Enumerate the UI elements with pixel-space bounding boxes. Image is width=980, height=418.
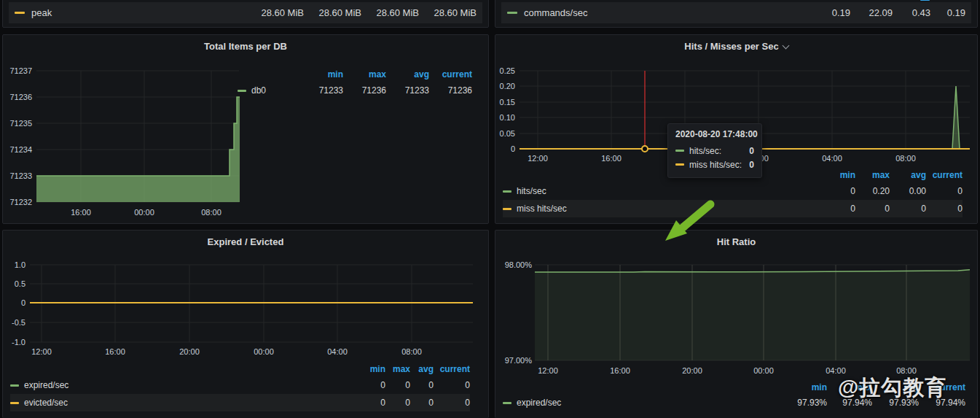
expired-max: 0 [385,380,410,390]
legend-header-current[interactable]: current [429,69,472,80]
expired-series-label[interactable]: expired/sec [24,380,68,390]
evicted-current: 0 [434,398,470,408]
svg-text:16:00: 16:00 [610,366,630,375]
svg-text:71237: 71237 [9,66,32,75]
peak-avg-value: 28.60 MiB [361,7,419,18]
miss-hits-min: 0 [820,204,855,214]
expired-series-color-dash [10,384,19,387]
db0-series-color-dash [238,90,246,92]
y-axis-ticks: 1.0 0.5 0 -0.5 -1.0 [12,260,26,347]
evicted-series-color-dash [10,402,19,404]
svg-text:16:00: 16:00 [105,347,125,356]
panel-peak: peak 28.60 MiB 28.60 MiB 28.60 MiB 28.60… [2,0,489,28]
peak-min-value: 28.60 MiB [246,7,304,18]
panel-title-text: Hits / Misses per Sec [684,41,778,52]
legend-header-avg[interactable]: avg [386,69,429,80]
svg-text:12:00: 12:00 [31,347,52,356]
legend-header-avg[interactable]: avg [872,382,919,392]
hit-ratio-series-color-dash [503,402,511,404]
db0-avg: 71233 [386,85,429,96]
legend-header-max[interactable]: max [855,170,890,180]
miss-hits-series-label[interactable]: miss hits/sec [517,204,567,214]
tooltip-miss-hits-value: 0 [749,160,754,170]
db0-series-line [36,97,240,176]
tooltip-timestamp: 2020-08-20 17:48:00 [675,129,754,139]
svg-text:0: 0 [21,298,26,307]
expired-evicted-legend: min max avg current expired/sec 0 0 0 0 … [10,362,470,411]
legend-header-min[interactable]: min [820,170,855,180]
svg-text:0.20: 0.20 [500,82,515,90]
graph-tooltip: 2020-08-20 17:48:00 hits/sec: 0 miss hit… [667,123,762,178]
hit-ratio-area-fill [535,270,970,360]
tooltip-miss-hits-label: miss hits/sec: [689,160,742,170]
svg-text:16:00: 16:00 [71,208,91,217]
miss-hits-series-color-dash [675,163,684,166]
commands-avg-value: 0.43 [893,7,930,18]
legend-header-min[interactable]: min [782,382,827,392]
peak-current-value: 28.60 MiB [419,7,477,18]
svg-text:08:00: 08:00 [201,208,222,217]
hit-ratio-series-label[interactable]: expired/sec [517,398,561,408]
chevron-down-icon[interactable] [782,42,789,49]
peak-max-value: 28.60 MiB [304,7,361,18]
hits-current: 0 [926,186,963,196]
legend-header-current[interactable]: current [434,364,470,374]
clipped-blue-header-text [920,0,930,1]
legend-header-current[interactable]: current [919,382,965,392]
panel-hit-ratio: Hit Ratio 98.00% 97.00% 12:00 16:00 20:0… [495,230,978,418]
legend-header-current[interactable]: current [926,170,963,180]
legend-header-avg[interactable]: avg [410,364,434,374]
total-items-chart: 71237 71236 71235 71234 71233 71232 16:0… [3,35,490,225]
panel-total-items-per-db: Total Items per DB 71237 71236 71235 712… [2,34,489,224]
commands-min-value: 0.19 [808,7,850,18]
svg-text:-0.5: -0.5 [12,318,26,327]
evicted-min: 0 [358,398,385,408]
svg-text:-1.0: -1.0 [12,338,26,347]
panel-title-expired-evicted[interactable]: Expired / Evicted [3,236,488,247]
panel-title-total-items[interactable]: Total Items per DB [3,41,488,52]
svg-text:71232: 71232 [9,198,32,206]
y-axis-ticks: 71237 71236 71235 71234 71233 71232 [9,66,32,206]
evicted-max: 0 [385,398,410,408]
legend-header-max[interactable]: max [385,364,410,374]
miss-hits-avg: 0 [890,204,926,214]
evicted-avg: 0 [410,398,434,408]
commands-series-label[interactable]: commands/sec [524,7,587,18]
x-axis-ticks: 16:00 00:00 08:00 [71,208,222,217]
svg-text:00:00: 00:00 [254,347,274,356]
svg-text:0.15: 0.15 [500,98,515,107]
legend-row-hits: hits/sec 0 0.20 0.00 0 [503,182,963,200]
svg-text:97.00%: 97.00% [505,356,533,365]
expired-avg: 0 [410,380,434,390]
commands-series-color-dash [507,12,517,14]
db0-max: 71236 [343,85,386,96]
svg-text:0.05: 0.05 [500,129,515,138]
svg-text:0.5: 0.5 [15,279,26,288]
tooltip-hits-value: 0 [749,146,754,156]
panel-title-hit-ratio[interactable]: Hit Ratio [495,236,977,247]
panel-title-text: Hit Ratio [717,236,756,247]
legend-header-min[interactable]: min [300,69,343,80]
svg-text:08:00: 08:00 [896,366,917,375]
legend-header-max[interactable]: max [343,69,386,80]
hits-series-color-dash [675,150,684,152]
hits-series-label[interactable]: hits/sec [517,186,546,196]
svg-text:04:00: 04:00 [822,154,842,163]
legend-header-min[interactable]: min [358,364,385,374]
hit-ratio-current: 97.94% [919,398,965,408]
peak-series-label[interactable]: peak [31,7,52,18]
db0-series-label[interactable]: db0 [251,85,266,96]
panel-hits-misses: Hits / Misses per Sec 0.25 0.20 0.15 0.1… [495,34,978,224]
crosshair-point-marker [642,146,648,152]
svg-text:12:00: 12:00 [528,154,548,163]
svg-text:0.25: 0.25 [500,66,515,75]
tooltip-row-hits: hits/sec: 0 [675,144,754,158]
hits-min: 0 [820,186,855,196]
panel-title-text: Expired / Evicted [208,236,284,247]
legend-header-max[interactable]: max [827,382,872,392]
evicted-series-label[interactable]: evicted/sec [24,398,68,408]
panel-title-hits-misses[interactable]: Hits / Misses per Sec [495,41,977,52]
miss-hits-max: 0 [855,204,890,214]
legend-header-avg[interactable]: avg [890,170,926,180]
svg-text:12:00: 12:00 [538,366,558,375]
